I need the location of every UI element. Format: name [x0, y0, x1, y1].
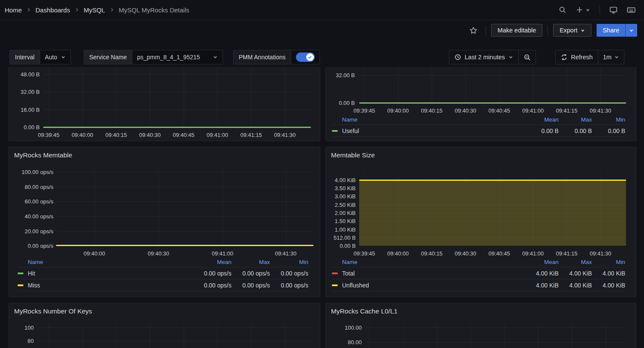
panel-myrocks-memtable: MyRocks Memtable 100.00 ops/s 80.00 ops/…	[9, 147, 320, 297]
series-line-miss	[56, 245, 313, 246]
chevron-right-icon	[26, 7, 31, 12]
x-tick: 09:41:30	[274, 132, 296, 138]
panel-myrocks-cache-l0-l1: MyRocks Cache L0/L1 100.00 80.00	[325, 303, 636, 348]
chevron-down-icon	[614, 55, 619, 60]
legend-header: Name Mean Max Min	[18, 257, 308, 267]
y-tick: 0.00 B	[326, 243, 356, 249]
star-button[interactable]	[466, 24, 480, 37]
legend-row-unflushed: Unflushed 4.00 KiB 4.00 KiB 4.00 KiB	[332, 279, 625, 291]
x-tick: 09:40:45	[489, 250, 510, 257]
share-menu-button[interactable]	[625, 24, 637, 37]
breadcrumb-home[interactable]: Home	[5, 6, 22, 14]
legend-row-total: Total 4.00 KiB 4.00 KiB 4.00 KiB	[332, 267, 625, 279]
make-editable-button[interactable]: Make editable	[491, 24, 542, 37]
y-tick: 80	[9, 338, 34, 344]
service-name-control: Service Name ps_pmm_8_4_1_95215	[84, 50, 223, 64]
share-button[interactable]: Share	[597, 24, 625, 37]
y-tick: 16.00 B	[9, 107, 40, 113]
chevron-down-icon	[508, 55, 513, 60]
zoom-out-icon	[524, 54, 531, 61]
toggle-knob	[306, 53, 314, 61]
search-icon[interactable]	[559, 6, 566, 14]
divider	[547, 26, 548, 35]
keyboard-icon[interactable]	[627, 6, 635, 14]
service-name-select[interactable]: ps_pmm_8_4_1_95215	[132, 50, 222, 64]
legend-header: Name Mean Max Min	[332, 115, 625, 125]
x-tick: 09:40:00	[84, 250, 105, 257]
y-tick: 0.00 B	[326, 100, 355, 106]
panel-title[interactable]: MyRocks Memtable	[14, 151, 72, 159]
legend-table: Name Mean Max Min Total 4.00 KiB 4.00 Ki…	[332, 257, 625, 291]
refresh-interval-select[interactable]: 1m	[598, 50, 624, 64]
y-tick: 80.00 ops/s	[9, 184, 53, 190]
x-tick: 09:41:00	[522, 250, 544, 257]
panel-title[interactable]: Memtable Size	[331, 151, 375, 159]
legend-table: Name Mean Max Min Useful 0.00 B 0.00 B 0…	[332, 115, 625, 137]
interval-label: Interval	[10, 50, 40, 64]
y-tick: 0.00 B	[9, 124, 40, 130]
pmm-annotations-toggle[interactable]	[296, 52, 315, 62]
pmm-annotations-toggle-area	[291, 50, 319, 64]
chevron-down-icon	[213, 55, 218, 60]
breadcrumb-dashboards[interactable]: Dashboards	[35, 6, 70, 14]
export-button[interactable]: Export	[553, 24, 591, 37]
chevron-right-icon	[74, 7, 79, 12]
plus-icon	[576, 6, 583, 14]
y-tick: 32.00 B	[326, 72, 355, 78]
y-tick: 40.00 ops/s	[9, 213, 53, 220]
x-tick: 09:41:30	[590, 107, 612, 114]
top-navigation-bar: Home Dashboards MySQL MySQL MyRocks Deta…	[0, 0, 644, 20]
chevron-down-icon	[585, 8, 590, 12]
x-tick: 09:40:30	[139, 132, 161, 138]
y-tick: 3.50 KiB	[326, 185, 356, 191]
pmm-annotations-control: PMM Annotations	[233, 50, 320, 64]
x-tick: 09:41:15	[556, 107, 578, 114]
x-tick: 09:41:00	[207, 132, 228, 138]
x-tick: 09:40:00	[387, 250, 409, 257]
dashboard-actions-row: Make editable Export Share	[0, 20, 644, 41]
x-tick: 09:40:00	[72, 132, 94, 138]
y-tick: 1.00 KiB	[326, 226, 356, 233]
panel-myrocks-number-of-keys: MyRocks Number Of Keys 100 80	[9, 303, 320, 348]
y-tick: 60.00 ops/s	[9, 198, 53, 205]
breadcrumb-mysql[interactable]: MySQL	[84, 6, 105, 14]
add-menu-button[interactable]	[576, 6, 590, 14]
x-tick: 09:41:15	[556, 250, 578, 257]
topnav-actions	[559, 5, 635, 14]
legend-row-miss: Miss 0.00 ops/s 0.00 ops/s 0.00 ops/s	[18, 279, 308, 291]
interval-select[interactable]: Auto	[40, 50, 70, 64]
series-swatch	[332, 284, 338, 286]
x-tick: 09:40:15	[421, 250, 443, 257]
y-tick: 3.00 KiB	[326, 193, 356, 200]
monitor-kiosk-icon[interactable]	[609, 6, 618, 14]
series-swatch	[18, 284, 23, 286]
time-range-picker[interactable]: Last 2 minutes	[449, 50, 518, 64]
refresh-button[interactable]: Refresh	[556, 50, 598, 64]
x-tick: 09:41:00	[212, 250, 234, 257]
breadcrumb: Home Dashboards MySQL MySQL MyRocks Deta…	[5, 6, 189, 14]
panel-memtable-size: Memtable Size 4.00 KiB 3.50 KiB 3.00 KiB…	[325, 147, 636, 297]
zoom-out-button[interactable]	[518, 50, 536, 64]
x-tick: 09:40:30	[148, 250, 170, 257]
x-tick: 09:40:45	[489, 107, 510, 114]
x-tick: 09:40:30	[455, 107, 477, 114]
breadcrumb-current: MySQL MyRocks Details	[119, 6, 189, 14]
x-tick: 09:40:30	[455, 250, 477, 257]
pmm-annotations-label: PMM Annotations	[234, 50, 291, 64]
legend-row-useful: Useful 0.00 B 0.00 B 0.00 B	[332, 125, 625, 137]
x-tick: 09:40:15	[421, 107, 443, 114]
series-line-unflushed	[359, 180, 626, 181]
x-tick: 09:41:30	[590, 250, 612, 257]
series-line	[43, 127, 311, 128]
x-tick: 09:41:00	[522, 107, 544, 114]
y-tick: 80.00	[326, 339, 362, 345]
panel-title[interactable]: MyRocks Cache L0/L1	[331, 307, 398, 315]
series-swatch	[332, 130, 338, 132]
panel-title[interactable]: MyRocks Number Of Keys	[14, 307, 92, 315]
chevron-down-icon	[580, 28, 585, 33]
y-tick: 100.00	[326, 325, 362, 331]
y-tick: 100	[9, 325, 34, 331]
chevron-right-icon	[109, 7, 114, 12]
x-tick: 09:41:30	[275, 250, 297, 257]
y-tick: 4.00 KiB	[326, 177, 356, 183]
